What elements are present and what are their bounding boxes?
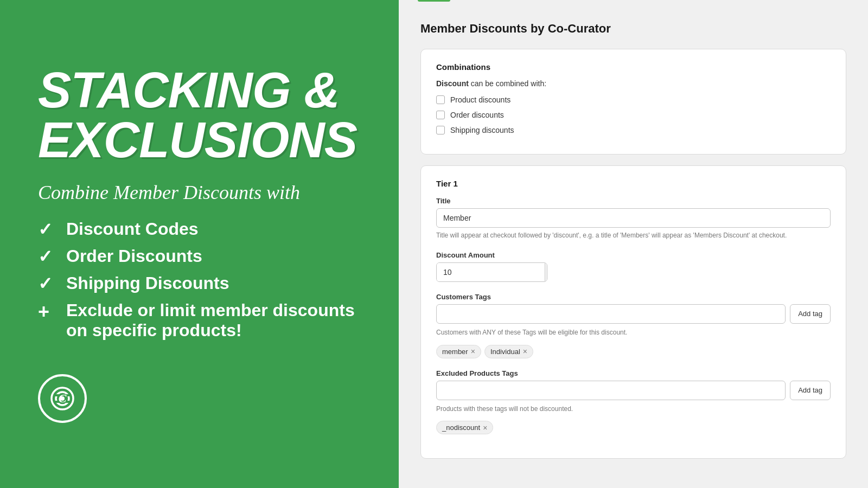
checkbox-order-label: Order discounts — [450, 111, 504, 119]
discount-amount-input[interactable] — [437, 263, 545, 281]
feature-text-2: Order Discounts — [66, 246, 202, 266]
title-hint: Title will appear at checkout followed b… — [436, 231, 831, 240]
page-title: Member Discounts by Co-Curator — [420, 22, 846, 36]
combinations-title: Combinations — [436, 62, 831, 72]
excluded-tag-nodiscount-label: _nodiscount — [442, 423, 480, 432]
combinations-label-text: can be combined with: — [471, 79, 546, 88]
right-panel: Member Discounts by Co-Curator Combinati… — [399, 0, 868, 488]
checkbox-order[interactable]: Order discounts — [436, 111, 831, 119]
customers-tags-input-row: Add tag — [436, 304, 831, 324]
feature-item-3: ✓ Shipping Discounts — [38, 273, 361, 294]
feature-text-1: Discount Codes — [66, 219, 199, 239]
discount-amount-section: Discount Amount % — [436, 251, 831, 282]
feature-text-3: Shipping Discounts — [66, 273, 229, 293]
checkbox-shipping-label: Shipping discounts — [450, 126, 514, 134]
logo-container: C — [38, 374, 361, 423]
checkbox-shipping[interactable]: Shipping discounts — [436, 126, 831, 134]
left-panel: STACKING &EXCLUSIONS Combine Member Disc… — [0, 0, 399, 488]
subtitle: Combine Member Discounts with — [38, 181, 361, 204]
checkbox-product[interactable]: Product discounts — [436, 95, 831, 104]
customers-tags-label: Customers Tags — [436, 293, 831, 301]
customer-tag-member-remove[interactable]: × — [471, 348, 475, 355]
tier-card: Tier 1 Title Title will appear at checko… — [420, 165, 846, 459]
check-icon-3: ✓ — [38, 273, 58, 294]
title-input[interactable] — [436, 208, 831, 228]
customers-tags-row: member × Individual × — [436, 345, 831, 358]
checkbox-product-label: Product discounts — [450, 95, 510, 104]
tier-label: Tier 1 — [436, 179, 831, 188]
excluded-products-label: Excluded Products Tags — [436, 369, 831, 377]
customers-tags-add-button[interactable]: Add tag — [790, 304, 831, 324]
feature-item-4: + Exclude or limit member discounts on s… — [38, 300, 361, 341]
feature-list: ✓ Discount Codes ✓ Order Discounts ✓ Shi… — [38, 219, 361, 347]
excluded-tags-row: _nodiscount × — [436, 421, 831, 434]
customer-tag-member-label: member — [442, 348, 468, 356]
combinations-card: Combinations Discount can be combined wi… — [420, 49, 846, 155]
excluded-products-add-button[interactable]: Add tag — [790, 381, 831, 400]
feature-text-4: Exclude or limit member discounts on spe… — [66, 300, 361, 341]
excluded-tag-nodiscount: _nodiscount × — [436, 421, 493, 434]
discount-amount-row: % — [436, 262, 547, 282]
excluded-products-input-row: Add tag — [436, 381, 831, 400]
customers-tags-hint: Customers with ANY of these Tags will be… — [436, 328, 831, 337]
logo: C — [38, 374, 87, 423]
title-section: Title Title will appear at checkout foll… — [436, 197, 831, 240]
discount-amount-label: Discount Amount — [436, 251, 831, 259]
logo-svg: C — [48, 384, 76, 413]
checkbox-product-input[interactable] — [436, 95, 445, 104]
excluded-products-hint: Products with these tags will not be dis… — [436, 404, 831, 414]
combinations-label: Discount can be combined with: — [436, 79, 831, 88]
discount-amount-suffix: % — [545, 263, 547, 281]
combinations-label-bold: Discount — [436, 79, 469, 88]
check-icon-2: ✓ — [38, 246, 58, 267]
customer-tag-member: member × — [436, 345, 481, 358]
feature-item-2: ✓ Order Discounts — [38, 246, 361, 267]
headline: STACKING &EXCLUSIONS — [38, 65, 361, 165]
checkbox-shipping-input[interactable] — [436, 126, 445, 134]
progress-bar — [418, 0, 450, 2]
title-label: Title — [436, 197, 831, 205]
customer-tag-individual-remove[interactable]: × — [523, 348, 527, 355]
check-icon-1: ✓ — [38, 219, 58, 240]
customers-tags-section: Customers Tags Add tag Customers with AN… — [436, 293, 831, 358]
customer-tag-individual: Individual × — [484, 345, 533, 358]
svg-text:C: C — [59, 391, 67, 405]
excluded-tag-nodiscount-remove[interactable]: × — [483, 424, 487, 432]
customers-tags-input[interactable] — [436, 304, 786, 324]
customer-tag-individual-label: Individual — [490, 348, 520, 356]
checkbox-order-input[interactable] — [436, 111, 445, 119]
plus-icon: + — [38, 300, 58, 323]
feature-item-1: ✓ Discount Codes — [38, 219, 361, 240]
excluded-products-input[interactable] — [436, 381, 786, 400]
excluded-products-section: Excluded Products Tags Add tag Products … — [436, 369, 831, 435]
